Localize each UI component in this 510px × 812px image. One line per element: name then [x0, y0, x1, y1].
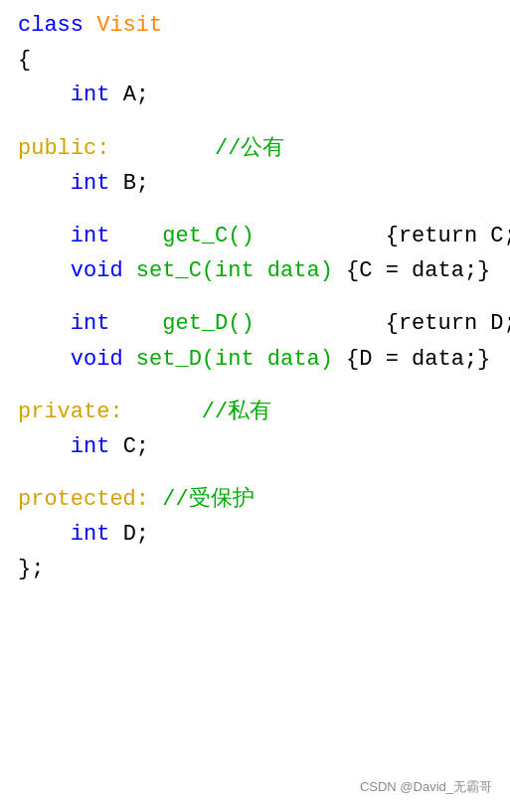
line-get-d: int get_D() {return D;}	[18, 306, 492, 341]
keyword-int-getc: int	[71, 219, 110, 253]
open-brace: {	[18, 43, 31, 78]
watermark: CSDN @David_无霸哥	[360, 777, 492, 798]
var-a: A;	[123, 78, 149, 112]
space	[123, 342, 136, 377]
line-int-c: int C;	[18, 429, 492, 464]
indent	[18, 342, 71, 377]
method-get-d: get_D()	[162, 306, 254, 341]
line-public: public: //公有	[18, 131, 492, 166]
keyword-class: class	[18, 8, 96, 43]
indent	[18, 78, 71, 112]
method-set-c: set_C(int data)	[136, 253, 333, 288]
line-close-brace: };	[18, 552, 492, 586]
access-protected: protected:	[18, 482, 149, 517]
indent	[18, 306, 71, 341]
comment-private: //私有	[202, 395, 271, 429]
keyword-int-c: int	[71, 429, 123, 464]
blank-line-3	[18, 288, 492, 306]
keyword-void-setd: void	[71, 342, 123, 377]
keyword-int-getd: int	[71, 306, 110, 341]
method-set-c-body: {C = data;}	[333, 253, 490, 288]
line-set-c: void set_C(int data) {C = data;}	[18, 253, 492, 288]
space	[109, 131, 215, 166]
keyword-int-b: int	[71, 166, 123, 201]
blank-line-4	[18, 377, 492, 395]
class-name: Visit	[96, 8, 162, 43]
code-block: class Visit { int A; public: //公有 int B;…	[18, 8, 492, 587]
method-get-d-body: {return D;}	[255, 306, 510, 341]
blank-line-5	[18, 464, 492, 482]
access-public: public:	[18, 131, 109, 166]
space	[123, 395, 202, 429]
close-brace: };	[18, 552, 44, 586]
indent	[18, 166, 71, 201]
comment-protected: //受保护	[162, 482, 254, 517]
var-c: C;	[123, 429, 149, 464]
line-set-d: void set_D(int data) {D = data;}	[18, 342, 492, 377]
keyword-int-a: int	[71, 78, 123, 112]
access-private: private:	[18, 395, 123, 429]
space	[109, 306, 162, 341]
method-get-c: get_C()	[162, 219, 254, 253]
indent	[18, 517, 71, 552]
comment-public: //公有	[215, 131, 284, 166]
var-b: B;	[123, 166, 149, 201]
line-open-brace: {	[18, 43, 492, 78]
space	[149, 482, 162, 517]
keyword-void-setc: void	[71, 253, 123, 288]
space	[109, 219, 162, 253]
method-get-c-body: {return C;}	[255, 219, 510, 253]
indent	[18, 429, 71, 464]
method-set-d-body: {D = data;}	[333, 342, 490, 377]
line-get-c: int get_C() {return C;}	[18, 219, 492, 253]
method-set-d: set_D(int data)	[136, 342, 333, 377]
blank-line-1	[18, 113, 492, 131]
indent	[18, 253, 71, 288]
keyword-int-d: int	[71, 517, 123, 552]
line-protected: protected: //受保护	[18, 482, 492, 517]
line-private: private: //私有	[18, 395, 492, 429]
space	[123, 253, 136, 288]
line-int-d: int D;	[18, 517, 492, 552]
line-class: class Visit	[18, 8, 492, 43]
line-int-b: int B;	[18, 166, 492, 201]
indent	[18, 219, 71, 253]
var-d: D;	[123, 517, 149, 552]
line-int-a: int A;	[18, 78, 492, 112]
blank-line-2	[18, 201, 492, 219]
